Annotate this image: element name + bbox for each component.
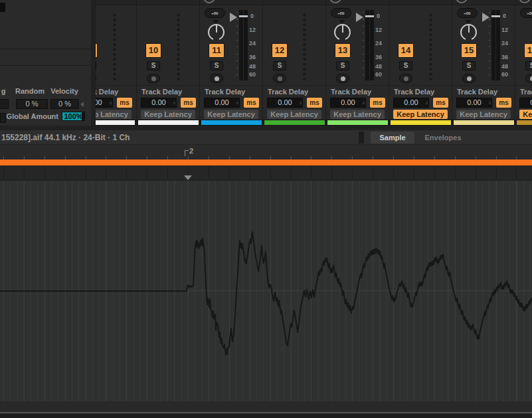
groove-timing-value[interactable]: 0 % — [0, 99, 9, 109]
spinner-icon — [173, 101, 175, 105]
tab-sample[interactable]: Sample — [371, 132, 414, 144]
track-strip-10: 10 S Track Delay 0.00 ms Keep Latency — [136, 0, 199, 126]
volume-handle[interactable] — [239, 15, 248, 17]
track-activator-button[interactable]: 14 — [398, 43, 414, 58]
level-meter — [365, 10, 374, 80]
scrub-area[interactable] — [0, 165, 532, 181]
arm-button[interactable] — [147, 74, 160, 83]
track-delay-label: Track Delay — [520, 88, 532, 96]
global-amount-value[interactable]: 100% — [62, 112, 85, 121]
keep-latency-button[interactable]: Keep Latency — [456, 110, 511, 119]
volume-knob[interactable] — [334, 24, 351, 41]
groove-velocity-value[interactable]: 0 % — [50, 99, 79, 109]
keep-latency-button[interactable]: Keep Latency — [393, 110, 448, 119]
volume-knob[interactable] — [460, 24, 477, 41]
track-color-strip — [138, 120, 199, 125]
track-delay-value[interactable]: 0.00 — [456, 98, 492, 108]
loop-start-marker-icon[interactable] — [185, 150, 189, 156]
track-delay-value[interactable]: 0.00 — [393, 98, 429, 108]
delay-unit-button[interactable]: ms — [181, 98, 196, 108]
delay-unit-button[interactable]: ms — [433, 98, 448, 108]
solo-button[interactable]: S — [336, 61, 349, 70]
volume-handle[interactable] — [365, 15, 374, 17]
volume-knob[interactable] — [208, 24, 224, 41]
keep-latency-button[interactable]: Keep Latency — [141, 110, 195, 119]
arm-button[interactable] — [399, 74, 412, 83]
keep-latency-button[interactable]: Keep Latency — [204, 110, 258, 119]
level-meter — [239, 10, 248, 80]
keep-latency-button[interactable]: Keep Latency — [267, 110, 321, 119]
solo-button[interactable]: S — [147, 61, 160, 70]
beat-time-ruler[interactable]: 2 — [0, 145, 532, 159]
volume-value[interactable]: -∞ — [457, 8, 478, 18]
spinner-icon — [299, 101, 302, 105]
track-delay-value[interactable]: 0.00 — [141, 98, 177, 108]
arm-button[interactable] — [273, 74, 286, 83]
panel-edge-box — [0, 113, 6, 123]
track-activator-button[interactable]: 12 — [272, 43, 288, 58]
track-delay-label: Track Delay — [268, 88, 308, 96]
midi-meter-dots — [302, 13, 308, 82]
tab-envelopes[interactable]: Envelopes — [416, 132, 470, 144]
delay-unit-button[interactable]: ms — [244, 98, 259, 108]
delay-unit-button[interactable]: ms — [307, 98, 322, 108]
spinner-icon — [425, 101, 428, 105]
delay-unit-button[interactable]: ms — [496, 98, 511, 108]
track-activator-button[interactable]: 10 — [145, 43, 161, 58]
delay-unit-button[interactable]: ms — [370, 98, 385, 108]
arm-dot-icon — [151, 76, 156, 81]
track-delay-label: Track Delay — [141, 88, 182, 96]
loop-brace[interactable] — [0, 159, 532, 165]
scroll-left-icon[interactable] — [80, 102, 84, 107]
lower-band — [0, 401, 532, 412]
track-delay-label: Track Delay — [205, 88, 245, 96]
solo-button[interactable]: S — [273, 61, 286, 70]
section-divider-band — [0, 126, 532, 130]
track-activator-button[interactable]: 16 — [524, 43, 532, 58]
waveform-svg — [0, 181, 532, 401]
track-delay-label: Track Delay — [331, 88, 371, 96]
color-band — [389, 120, 452, 126]
solo-button[interactable]: S — [210, 61, 223, 70]
strip-top-band — [137, 0, 200, 5]
ableton-live-window: 9 S Track Delay 0.00 ms Keep Latency 10 … — [0, 0, 532, 418]
color-band — [326, 120, 389, 126]
sample-waveform-display[interactable] — [0, 181, 532, 401]
track-strip-15: -∞ 01224364860 15 S Track Delay 0.00 ms … — [452, 0, 515, 126]
track-delay-value[interactable]: 0.00 — [519, 98, 532, 108]
track-activator-button[interactable]: 13 — [335, 43, 351, 58]
solo-button[interactable]: S — [462, 61, 476, 70]
track-delay-value[interactable]: 0.00 — [330, 98, 366, 108]
arm-button[interactable] — [525, 74, 532, 83]
track-strip-13: -∞ 01224364860 13 S Track Delay 0.00 ms … — [325, 0, 389, 126]
volume-value[interactable]: -∞ — [205, 8, 225, 18]
arm-button[interactable] — [210, 74, 223, 83]
arm-button[interactable] — [336, 74, 349, 83]
track-color-strip — [264, 120, 325, 125]
volume-value[interactable]: -∞ — [331, 8, 351, 18]
track-color-strip — [327, 120, 388, 125]
track-delay-value[interactable]: 0.00 — [267, 98, 303, 108]
db-scale: 01224364860 — [249, 0, 262, 86]
track-delay-value[interactable]: 0.00 — [204, 98, 240, 108]
track-strip-11: -∞ 01224364860 11 S Track Delay 0.00 ms … — [199, 0, 262, 126]
track-delay-label: Track Delay — [457, 88, 497, 96]
volume-value[interactable]: -∞ — [520, 8, 532, 18]
track-activator-button[interactable]: 15 — [461, 43, 477, 58]
keep-latency-button[interactable]: Keep Latency — [519, 110, 532, 119]
track-activator-button[interactable]: 11 — [209, 43, 224, 58]
keep-latency-button[interactable]: Keep Latency — [330, 110, 385, 119]
start-marker-icon[interactable] — [184, 175, 192, 180]
volume-handle[interactable] — [491, 15, 500, 17]
groove-pool-panel: g Random Velocity 0 % 0 % 0 % Global Amo… — [0, 0, 91, 126]
arm-button[interactable] — [462, 74, 476, 83]
arm-dot-icon — [215, 76, 219, 81]
solo-button[interactable]: S — [399, 61, 412, 70]
groove-random-value[interactable]: 0 % — [16, 99, 48, 109]
track-color-strip — [517, 120, 532, 125]
track-strip-14: 14 S Track Delay 0.00 ms Keep Latency — [389, 0, 452, 126]
arm-dot-icon — [341, 76, 345, 81]
solo-button[interactable]: S — [525, 61, 532, 70]
spinner-icon — [488, 101, 491, 105]
delay-unit-button[interactable]: ms — [117, 98, 132, 108]
